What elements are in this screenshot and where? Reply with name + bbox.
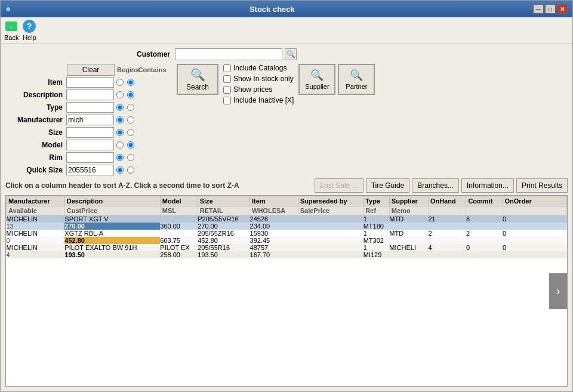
tire-guide-button[interactable]: Tire Guide	[366, 178, 410, 193]
col-type[interactable]: Type	[363, 196, 390, 206]
search-button[interactable]: 🔍 Search	[177, 64, 218, 95]
svg-text:?: ?	[27, 21, 32, 31]
back-icon: ←	[4, 19, 19, 33]
sub-saleprice	[298, 237, 363, 244]
contains-label: Contains	[137, 66, 167, 73]
qs-contains-radio[interactable]	[127, 166, 134, 174]
col-superseded[interactable]: Superseded by	[298, 196, 363, 206]
information-button[interactable]: Information...	[461, 178, 514, 193]
maximize-button[interactable]: □	[545, 4, 556, 14]
desc-label: Description	[5, 91, 65, 99]
table-sub-row: 13 270.00 360.00 270.00 234.00 MT180	[7, 223, 567, 230]
item-contains-radio[interactable]	[127, 79, 134, 86]
include-catalogs-checkbox[interactable]	[223, 64, 231, 72]
help-button[interactable]: ? Help	[22, 19, 36, 41]
close-button[interactable]: ✕	[557, 4, 568, 14]
customer-search-button[interactable]: 🔍	[285, 48, 297, 60]
next-arrow-button[interactable]: ›	[549, 273, 567, 309]
cell-commit: 2	[466, 230, 503, 237]
table-row[interactable]: MICHELIN XGTZ RBL-A 205/55ZR16 15930 1 M…	[7, 230, 567, 237]
show-prices-row[interactable]: Show prices	[223, 85, 294, 94]
cell-supplier: MTD	[389, 230, 428, 237]
mfr-begins-radio[interactable]	[116, 116, 124, 124]
size-contains-radio[interactable]	[127, 129, 134, 136]
type-begins-radio[interactable]	[116, 104, 124, 111]
size-begins-radio[interactable]	[116, 129, 124, 136]
show-instock-checkbox[interactable]	[223, 75, 231, 83]
col-onhand[interactable]: OnHand	[428, 196, 466, 206]
sub-memo	[389, 251, 428, 258]
sub-msl: 360.00	[160, 223, 198, 230]
sub-retail: 193.50	[198, 251, 249, 258]
col-manufacturer[interactable]: Manufacturer	[7, 196, 65, 206]
clear-button[interactable]: Clear	[67, 64, 115, 76]
table-sub-row: 4 193.50 258.00 193.50 167.70 MI129	[7, 251, 567, 258]
top-section: Customer 🔍 Clear Begins Contains	[5, 48, 568, 176]
search-supplier-area: 🔍 Search Include Catalogs Show In-stock …	[177, 64, 375, 104]
customer-input[interactable]	[175, 48, 282, 60]
rim-input[interactable]	[66, 152, 114, 163]
print-results-button[interactable]: Print Results	[516, 178, 568, 193]
rim-begins-radio[interactable]	[116, 154, 124, 161]
cell-supplier: MICHELI	[389, 244, 428, 251]
sub-msl: 603.75	[160, 237, 198, 244]
field-row-item: Item	[5, 76, 167, 88]
field-row-mfr: Manufacturer	[5, 114, 167, 126]
desc-input[interactable]	[66, 89, 114, 100]
cell-onorder: 0	[503, 215, 566, 223]
table-row[interactable]: MICHELIN SPORT XGT V P205/55VR16 24526 1…	[7, 215, 567, 223]
branches-button[interactable]: Branches...	[412, 178, 459, 193]
sub-wholesa: WHOLESA	[250, 206, 298, 215]
cell-commit: 8	[466, 215, 503, 223]
col-size[interactable]: Size	[198, 196, 249, 206]
sub-retail: RETAIL	[198, 206, 249, 215]
item-begins-radio[interactable]	[116, 79, 124, 86]
table-sub-row: 0 452.80 603.75 452.80 392.45 MT302	[7, 237, 567, 244]
desc-contains-radio[interactable]	[127, 91, 134, 98]
cell-size: 205/55ZR16	[198, 230, 249, 237]
sub-memo: Memo	[389, 206, 428, 215]
col-commit[interactable]: Commit	[466, 196, 503, 206]
cell-onhand: 21	[428, 215, 466, 223]
col-description[interactable]: Description	[64, 196, 160, 206]
col-item[interactable]: Item	[250, 196, 298, 206]
partner-button[interactable]: 🔍 Partner	[338, 64, 375, 95]
desc-begins-radio[interactable]	[116, 91, 124, 98]
quicksize-label: Quick Size	[5, 166, 65, 174]
type-input[interactable]	[66, 102, 114, 113]
supplier-button[interactable]: 🔍 Supplier	[298, 64, 335, 95]
quicksize-input[interactable]	[66, 165, 114, 175]
cell-onhand: 2	[428, 230, 466, 237]
table-header-row: Manufacturer Description Model Size Item…	[7, 196, 567, 206]
mfr-contains-radio[interactable]	[127, 116, 134, 124]
cell-onorder: 0	[503, 230, 566, 237]
type-contains-radio[interactable]	[127, 104, 134, 111]
model-label: Model	[5, 141, 65, 149]
lost-sale-button[interactable]: Lost Sale ...	[315, 178, 363, 193]
include-catalogs-row[interactable]: Include Catalogs	[223, 64, 294, 72]
size-input[interactable]	[66, 127, 114, 138]
col-onorder[interactable]: OnOrder	[503, 196, 566, 206]
include-inactive-row[interactable]: Include Inactive [X]	[223, 96, 294, 104]
field-row-rim: Rim	[5, 152, 167, 163]
show-prices-checkbox[interactable]	[223, 86, 231, 94]
show-instock-row[interactable]: Show In-stock only	[223, 75, 294, 83]
rim-contains-radio[interactable]	[127, 154, 134, 161]
model-contains-radio[interactable]	[127, 141, 134, 149]
col-model[interactable]: Model	[160, 196, 198, 206]
mfr-input[interactable]	[66, 115, 114, 125]
model-input[interactable]	[66, 140, 114, 150]
include-inactive-checkbox[interactable]	[223, 97, 231, 104]
table-row[interactable]: MICHELIN PILOT EXALTO BW 91H PILOT EX 20…	[7, 244, 567, 251]
back-button[interactable]: ← Back	[4, 19, 19, 41]
cell-commit: 0	[466, 244, 503, 251]
fields-section: Clear Begins Contains Item Description	[5, 64, 167, 176]
sub-available: 0	[7, 237, 65, 244]
model-begins-radio[interactable]	[116, 141, 124, 149]
sub-retail: 270.00	[198, 223, 249, 230]
col-supplier[interactable]: Supplier	[389, 196, 428, 206]
minimize-button[interactable]: ─	[533, 4, 544, 14]
cell-manufacturer: MICHELIN	[7, 215, 65, 223]
item-input[interactable]	[66, 77, 114, 88]
qs-begins-radio[interactable]	[116, 166, 124, 174]
